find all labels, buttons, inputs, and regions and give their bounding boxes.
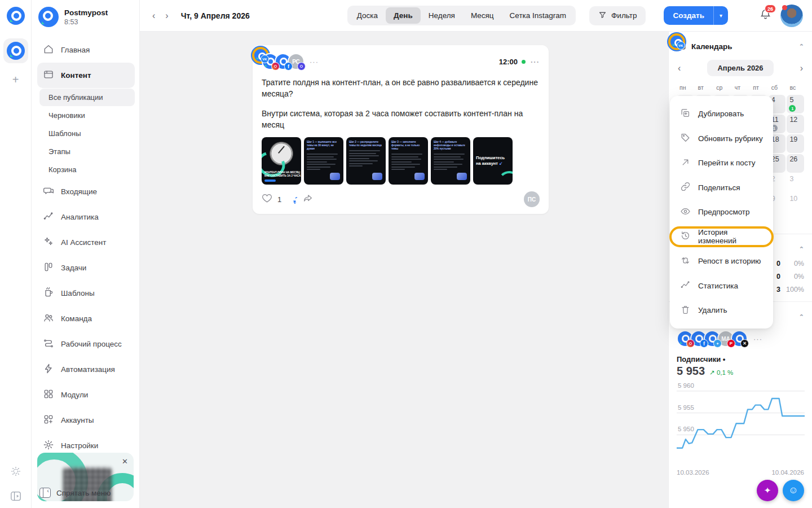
- banner-close-icon[interactable]: ✕: [122, 457, 128, 466]
- thumbnail-text-bars: [391, 154, 425, 170]
- external-link-icon: [680, 157, 691, 169]
- sidebar-subitem[interactable]: Шаблоны: [39, 125, 135, 142]
- sidebar-item-modules[interactable]: Модули: [37, 382, 135, 408]
- next-month-button[interactable]: ›: [800, 64, 803, 73]
- day-canvas: VKfРС ··· 12:00 ··· Тратите полдня на ко…: [140, 32, 668, 508]
- user-avatar[interactable]: [780, 5, 803, 27]
- notifications-button[interactable]: 26: [760, 8, 771, 23]
- sidebar-item-workflow[interactable]: Рабочий процесс: [37, 331, 135, 357]
- o-network-badge-icon: [297, 62, 306, 71]
- hide-menu-button[interactable]: Спрятать меню: [39, 488, 111, 498]
- post-thumbnail[interactable]: Шаг 2 — распределите темы по неделям мес…: [346, 137, 386, 185]
- sidebar-item-templates[interactable]: Шаблоны: [37, 281, 135, 306]
- avatars-more-icon[interactable]: ···: [310, 58, 319, 66]
- calendar-day[interactable]: 19: [787, 134, 804, 153]
- svg-text:5 950: 5 950: [678, 426, 694, 432]
- calendar-day[interactable]: 12: [787, 115, 804, 133]
- thumbnail-title: КОНТЕНТ-ПЛАН НА МЕСЯЦ: КАК СОСТАВИТЬ ЗА …: [264, 171, 301, 178]
- settings-icon: [43, 439, 54, 452]
- sidebar-item-label: AI Ассистент: [61, 238, 106, 247]
- notifications-count-badge: 26: [765, 5, 776, 13]
- facebook-badge-icon: f: [700, 339, 708, 348]
- collapse-stages-icon[interactable]: ⌃: [799, 246, 804, 253]
- home-icon: [43, 43, 54, 56]
- menu-item-eye[interactable]: Предпросмотр: [670, 200, 773, 225]
- support-chat-fab[interactable]: ☺: [783, 480, 804, 501]
- post-thumbnail[interactable]: Подпишитесь на аккаунт ↙: [473, 137, 513, 185]
- like-count: 1: [277, 195, 281, 204]
- menu-item-link[interactable]: Поделиться: [670, 176, 773, 200]
- sidebar-item-inbox[interactable]: Входящие: [37, 179, 135, 204]
- view-tab[interactable]: Месяц: [463, 7, 502, 24]
- squiggle-decoration: [498, 171, 513, 185]
- menu-item-history[interactable]: История изменений: [670, 225, 773, 249]
- sidebar-item-automation[interactable]: Автоматизация: [37, 357, 135, 382]
- chart-x-start-label: 10.03.2026: [677, 469, 709, 476]
- sidebar-item-home[interactable]: Главная: [37, 37, 135, 63]
- calendar-day[interactable]: 51: [787, 95, 804, 113]
- sidebar-item-label: Автоматизация: [61, 365, 115, 374]
- sidebar-item-accounts[interactable]: Аккаунты: [37, 408, 135, 433]
- sidebar-subitem[interactable]: Все публикации: [39, 89, 135, 106]
- menu-item-tag[interactable]: Обновить рубрику: [670, 126, 773, 151]
- calendar-day[interactable]: 26: [787, 154, 804, 173]
- add-workspace-button[interactable]: +: [12, 73, 19, 86]
- post-card[interactable]: VKfРС ··· 12:00 ··· Тратите полдня на ко…: [253, 45, 549, 214]
- menu-item-trash[interactable]: Удалить: [670, 298, 773, 323]
- collapse-analytics-icon[interactable]: ⌃: [799, 313, 804, 321]
- menu-item-repost[interactable]: Репост в историю: [670, 249, 773, 274]
- sidebar-item-analytics[interactable]: Аналитика: [37, 204, 135, 230]
- calendar-day[interactable]: 3: [787, 174, 804, 192]
- share-icon[interactable]: [302, 193, 314, 206]
- brightness-icon[interactable]: [11, 466, 21, 476]
- post-thumbnail[interactable]: Шаг 4 — добавьте инфоповоды и оставьте 2…: [431, 137, 470, 185]
- calendar-day[interactable]: 10: [787, 194, 804, 212]
- sidebar-subitem[interactable]: Этапы: [39, 143, 135, 160]
- weekday-header: пн: [677, 82, 694, 94]
- menu-item-duplicate[interactable]: Дублировать: [670, 102, 773, 126]
- next-day-button[interactable]: ›: [165, 11, 168, 20]
- menu-item-label: Статистика: [698, 282, 738, 290]
- ai-assistant-fab[interactable]: ✦: [757, 480, 778, 501]
- like-icon[interactable]: [262, 193, 272, 206]
- stage-count: 0: [776, 273, 780, 281]
- post-menu-icon[interactable]: ···: [531, 58, 540, 66]
- networks-more-icon[interactable]: ···: [753, 335, 762, 343]
- sidebar-item-team[interactable]: Команда: [37, 306, 135, 331]
- menu-item-label: Поделиться: [698, 183, 740, 192]
- postmypost-logo-icon[interactable]: [7, 7, 25, 25]
- create-dropdown-button[interactable]: ▾: [713, 6, 728, 25]
- sidebar-item-tasks[interactable]: Задачи: [37, 255, 135, 281]
- sidebar-subitem[interactable]: Корзина: [39, 161, 135, 178]
- thumbnail-3d-graphic: [457, 173, 467, 180]
- sidebar-subitem[interactable]: Черновики: [39, 107, 135, 124]
- prev-day-button[interactable]: ‹: [152, 11, 155, 20]
- view-tab[interactable]: Сетка Instagram: [502, 7, 574, 24]
- view-tab[interactable]: День: [386, 7, 421, 24]
- post-paragraph: Внутри система, которая за 2 часа поможе…: [262, 108, 540, 131]
- analytics-network-avatars: VKf✦МАP✕···: [677, 330, 804, 347]
- author-avatar[interactable]: ПС: [524, 191, 540, 207]
- post-thumbnail[interactable]: Шаг 1 — выпишите все темы на 30 минут, н…: [304, 137, 343, 185]
- workspace-switcher[interactable]: [3, 38, 28, 63]
- comment-icon[interactable]: [286, 193, 297, 206]
- collapse-panel-icon[interactable]: [10, 491, 21, 501]
- month-selector[interactable]: Апрель 2026: [707, 60, 773, 76]
- collapse-calendar-icon[interactable]: ⌃: [799, 43, 804, 50]
- post-thumbnail[interactable]: Шаг 3 — заполните форматы, а не только т…: [389, 137, 428, 185]
- view-tab[interactable]: Доска: [349, 7, 386, 24]
- instagram-badge-icon: [686, 339, 695, 348]
- prev-month-button[interactable]: ‹: [678, 64, 681, 73]
- post-thumbnail[interactable]: КОНТЕНТ-ПЛАН НА МЕСЯЦ: КАК СОСТАВИТЬ ЗА …: [262, 137, 301, 185]
- menu-item-label: Обновить рубрику: [698, 134, 763, 143]
- menu-item-external-link[interactable]: Перейти к посту: [670, 151, 773, 176]
- create-button[interactable]: Создать: [664, 6, 713, 25]
- filter-button[interactable]: Фильтр: [589, 6, 646, 25]
- menu-item-stats[interactable]: Статистика: [670, 274, 773, 299]
- chat-smiley-icon: ☺: [788, 485, 798, 496]
- sidebar-item-content[interactable]: Контент: [37, 63, 135, 88]
- view-tab[interactable]: Неделя: [421, 7, 463, 24]
- repost-icon: [680, 255, 691, 268]
- sidebar-item-ai[interactable]: AI Ассистент: [37, 230, 135, 255]
- brand[interactable]: Postmypost 8:53: [37, 6, 135, 37]
